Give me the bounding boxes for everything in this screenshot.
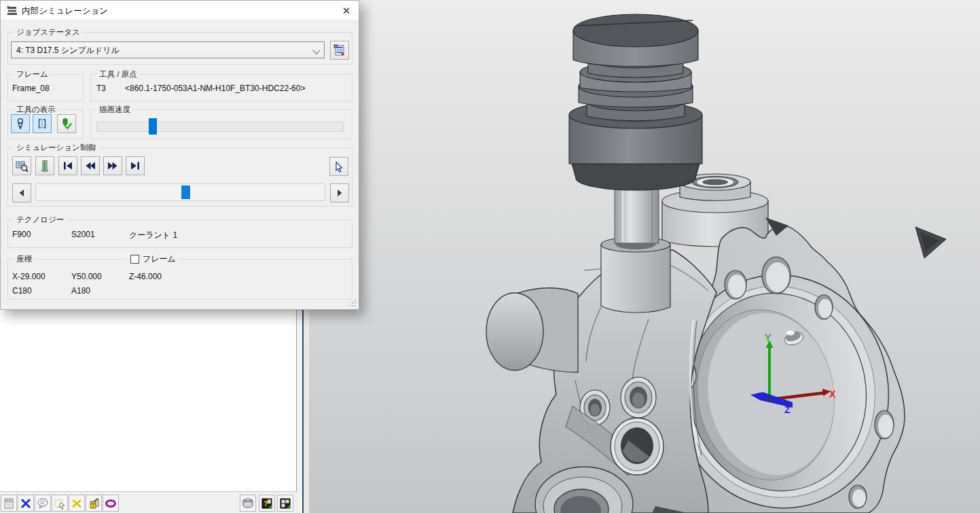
group-technology-label: テクノロジー: [14, 215, 67, 224]
group-frame: フレーム Frame_08: [7, 74, 84, 101]
compare-views-button[interactable]: [277, 495, 293, 512]
skip-to-start-button[interactable]: [58, 156, 77, 175]
pick-step-button[interactable]: [329, 157, 348, 176]
form-properties-button[interactable]: [1, 495, 17, 512]
frame-value: Frame_08: [12, 84, 50, 93]
x-axis-label: X: [829, 389, 836, 400]
tool-magazine-icon: [88, 497, 100, 510]
group-sim-control-label: シミュレーション制御: [14, 143, 98, 152]
cursor-pick-icon: [333, 161, 344, 173]
yellow-x-icon: [71, 497, 83, 510]
bottom-toolbar: ?: [0, 491, 297, 513]
progress-scrollbar-handle[interactable]: [181, 185, 190, 199]
machine-simulation-button[interactable]: [12, 156, 31, 175]
draw-speed-slider-track[interactable]: [96, 122, 344, 132]
group-draw-speed: 描画速度: [90, 109, 352, 139]
right-arrow-icon: [336, 189, 343, 197]
machine-simulation-icon: [16, 160, 29, 172]
verify-question-icon: ?: [261, 497, 273, 510]
group-tool-display-label: 工具の表示: [14, 105, 58, 114]
y-axis-label: Y: [765, 332, 772, 343]
form-properties-icon: [3, 497, 15, 510]
skip-to-end-icon: [130, 161, 141, 171]
frame-checkbox[interactable]: [130, 255, 139, 264]
dialog-title: 内部シミュレーション: [22, 5, 108, 17]
rotary-ellipse-button[interactable]: [103, 495, 119, 512]
coord-z: Z-46.000: [129, 272, 162, 281]
coord-a: A180: [71, 286, 90, 296]
draw-speed-slider-handle[interactable]: [149, 118, 157, 135]
coolant-value: クーラント 1: [129, 230, 177, 241]
blue-x-icon: [20, 497, 32, 510]
job-status-value: 4: T3 D17.5 シンプルドリル: [16, 45, 120, 56]
compare-views-icon: [279, 497, 291, 510]
part-holder-column: [601, 237, 670, 313]
delete-yellow-x-button[interactable]: [69, 495, 85, 512]
feed-value: F900: [12, 230, 31, 239]
boss-hole-1: [621, 377, 656, 418]
frame-checkbox-row: フレーム: [128, 253, 179, 265]
dialog-resize-grip[interactable]: [349, 300, 357, 307]
comment-bubble-icon: [37, 497, 49, 510]
group-sim-control: シミュレーション制御: [7, 147, 352, 207]
show-tool-wireframe-button[interactable]: [33, 114, 52, 133]
job-list-icon: [333, 44, 346, 56]
comment-button[interactable]: [35, 495, 51, 512]
area-select-button[interactable]: [52, 495, 68, 512]
job-list-button[interactable]: [330, 41, 349, 60]
progress-scrollbar-track[interactable]: [35, 183, 325, 201]
step-forward-button[interactable]: [103, 156, 122, 175]
single-block-button[interactable]: [35, 156, 54, 175]
step-backward-button[interactable]: [81, 156, 100, 175]
area-select-icon: [54, 497, 66, 510]
coord-y: Y50.000: [71, 272, 102, 281]
3d-viewport[interactable]: Y X Z: [309, 0, 980, 513]
cad-scene: Y X Z: [309, 0, 980, 513]
tool-magazine-button[interactable]: [86, 495, 102, 512]
rotary-ellipse-icon: [105, 497, 117, 510]
job-status-combobox[interactable]: 4: T3 D17.5 シンプルドリル: [11, 41, 325, 58]
spindle-value: S2001: [71, 230, 95, 239]
skip-to-start-icon: [62, 161, 73, 171]
progress-right-button[interactable]: [330, 183, 349, 202]
single-block-icon: [39, 160, 50, 172]
tool-check-button[interactable]: [57, 114, 76, 133]
group-job-status: ジョブステータス 4: T3 D17.5 シンプルドリル: [7, 32, 352, 65]
show-tool-solid-button[interactable]: [11, 114, 30, 133]
tool-holder: [569, 14, 702, 190]
stock-cylinder-button[interactable]: [240, 495, 256, 512]
delete-blue-x-button[interactable]: [18, 495, 34, 512]
group-job-status-label: ジョブステータス: [14, 27, 83, 37]
coord-c: C180: [12, 286, 32, 296]
left-arrow-icon: [18, 189, 25, 197]
step-backward-icon: [85, 161, 96, 171]
part-left-boss: [486, 288, 578, 372]
tool-holder-name: <860.1-1750-053A1-NM-H10F_BT30-HDC22-60>: [125, 84, 305, 93]
bore-glint: [786, 331, 795, 336]
group-tool-origin: 工具 / 原点 T3 <860.1-1750-053A1-NM-H10F_BT3…: [90, 74, 352, 101]
dialog-titlebar[interactable]: 内部シミュレーション ✕: [1, 1, 359, 20]
tool-wireframe-icon: [37, 118, 48, 130]
group-coordinates-label: 座標: [14, 254, 35, 264]
group-coordinates: 座標 フレーム X-29.000 Y50.000 Z-46.000 C180 A…: [7, 259, 352, 300]
skip-to-end-button[interactable]: [126, 156, 145, 175]
close-button[interactable]: ✕: [338, 3, 355, 18]
group-draw-speed-label: 描画速度: [96, 105, 133, 114]
large-counterbore-hole: [611, 418, 664, 475]
chevron-down-icon: [312, 46, 320, 54]
z-axis-label: Z: [784, 404, 791, 415]
step-forward-icon: [107, 161, 118, 171]
verify-question-button[interactable]: ?: [259, 495, 275, 512]
coord-x: X-29.000: [12, 272, 46, 281]
svg-text:?: ?: [264, 499, 268, 508]
tool-check-icon: [60, 118, 73, 130]
group-frame-label: フレーム: [14, 69, 51, 79]
tool-solid-icon: [15, 118, 26, 130]
tool-number: T3: [96, 84, 106, 93]
stock-cylinder-icon: [242, 497, 254, 510]
frame-checkbox-label: フレーム: [143, 253, 176, 265]
progress-left-button[interactable]: [12, 183, 31, 202]
group-technology: テクノロジー F900 S2001 クーラント 1: [7, 219, 352, 248]
internal-simulation-dialog: 内部シミュレーション ✕ ジョブステータス 4: T3 D17.5 シンプルドリ…: [0, 0, 359, 310]
simulation-dialog-icon: [7, 5, 18, 16]
